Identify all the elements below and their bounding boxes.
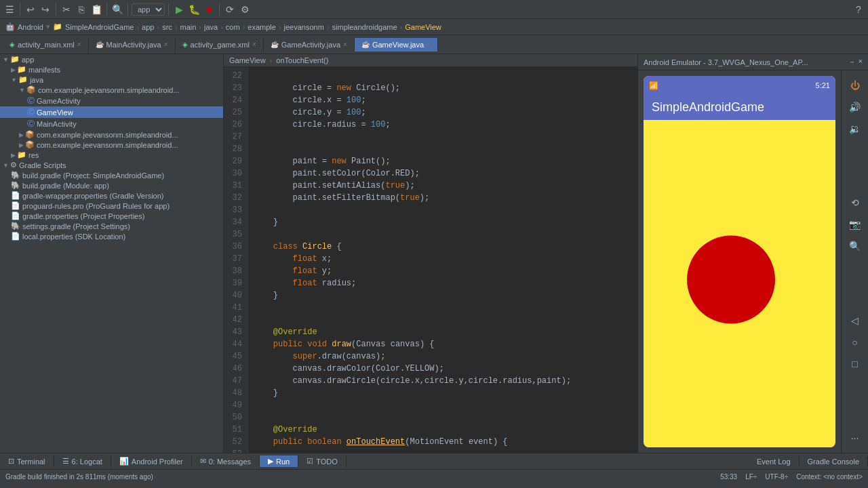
help-icon[interactable]: ?: [852, 3, 865, 16]
sidebar-label-proguard: proguard-rules.pro (ProGuard Rules for a…: [22, 202, 170, 210]
emulator-close[interactable]: ×: [859, 57, 863, 67]
close-icon-2[interactable]: ×: [252, 41, 256, 48]
java-icon-4: ☕: [361, 41, 370, 48]
tab-run[interactable]: ▶ Run: [260, 455, 298, 467]
sidebar-item-package-2[interactable]: ▶ 📦 com.example.jeevansonm.simpleandroid…: [0, 129, 223, 140]
close-icon-0[interactable]: ×: [77, 41, 81, 48]
toolbar-icon-paste[interactable]: 📋: [90, 3, 103, 16]
sidebar-label-gameview: GameView: [37, 108, 73, 117]
proguard-file-icon: 📄: [11, 201, 20, 210]
bc-simpleandroidgame[interactable]: simpleandroidgame: [332, 23, 397, 31]
phone-screen[interactable]: [644, 120, 835, 447]
emu-volume-down[interactable]: 🔉: [846, 119, 865, 138]
sidebar-item-java[interactable]: ▼ 📁 java: [0, 75, 223, 85]
sidebar-item-gradle-wrapper[interactable]: 📄 gradle-wrapper.properties (Gradle Vers…: [0, 190, 223, 201]
tab-gradle-console[interactable]: Gradle Console: [800, 456, 868, 467]
code-bc-arrow: ›: [270, 56, 273, 64]
emu-more-btn[interactable]: ···: [846, 428, 865, 447]
sidebar-item-res[interactable]: ▶ 📁 res: [0, 150, 223, 160]
settings-icon[interactable]: ⚙: [238, 3, 252, 16]
toolbar-icon-redo[interactable]: ↪: [39, 3, 52, 16]
close-icon-3[interactable]: ×: [343, 41, 347, 48]
sidebar-item-build-gradle-project[interactable]: 🐘 build.gradle (Project: SimpleAndroidGa…: [0, 170, 223, 180]
tab-android-profiler[interactable]: 📊 Android Profiler: [111, 455, 192, 467]
tab-activity-main-xml[interactable]: ◈ activity_main.xml ×: [3, 38, 89, 52]
bc-gameview[interactable]: GameView: [405, 23, 441, 31]
tab-logcat[interactable]: ☰ 6: Logcat: [54, 455, 111, 467]
status-charset[interactable]: UTF-8÷: [765, 473, 788, 481]
close-icon-1[interactable]: ×: [164, 41, 168, 48]
run-label: Run: [276, 458, 290, 466]
sidebar-item-build-gradle-app[interactable]: 🐘 build.gradle (Module: app): [0, 180, 223, 190]
code-bc-ontouchevent[interactable]: onTouchEvent(): [276, 56, 328, 64]
sidebar-label-gradle-wrapper: gradle-wrapper.properties (Gradle Versio…: [22, 192, 164, 200]
bc-example[interactable]: example: [248, 23, 276, 31]
bc-arrow-7: ›: [279, 23, 281, 31]
tab-todo[interactable]: ☑ TODO: [298, 455, 347, 467]
phone-signal-icon: 📶: [649, 81, 658, 90]
emu-zoom-icon[interactable]: 🔍: [846, 237, 865, 256]
tab-label-2: activity_game.xml: [191, 41, 250, 49]
bc-jeevansonm[interactable]: jeevansonm: [284, 23, 324, 31]
emu-volume-up[interactable]: 🔊: [846, 98, 865, 117]
code-scroll-area[interactable]: 2223242526272829303132333435363738394041…: [224, 67, 637, 453]
toolbar-icon-cut[interactable]: ✂: [60, 3, 73, 16]
status-encoding[interactable]: LF÷: [745, 473, 757, 481]
sidebar-label-build-gradle-proj: build.gradle (Project: SimpleAndroidGame…: [22, 171, 164, 180]
sidebar-item-local-props[interactable]: 📄 local.properties (SDK Location): [0, 231, 223, 241]
bc-java[interactable]: java: [204, 23, 218, 31]
close-icon-4[interactable]: ×: [427, 41, 431, 48]
gradle-file-icon-2: 🐘: [11, 181, 20, 190]
sidebar-label-build-gradle-app: build.gradle (Module: app): [22, 182, 109, 190]
emu-back-btn[interactable]: ◁: [846, 311, 865, 330]
toolbar-icon-search[interactable]: 🔍: [111, 3, 124, 16]
toolbar-icon-copy[interactable]: ⎘: [75, 3, 88, 16]
tab-mainactivity-java[interactable]: ☕ MainActivity.java ×: [89, 38, 176, 52]
sync-button[interactable]: ⟳: [223, 3, 237, 16]
expand-arrow-res: ▶: [11, 152, 16, 159]
run-button[interactable]: ▶: [172, 3, 186, 16]
sidebar-item-mainactivity[interactable]: Ⓒ MainActivity: [0, 118, 223, 129]
emu-power-btn[interactable]: ⏻: [846, 76, 865, 95]
sidebar-item-settings-gradle[interactable]: 🐘 settings.gradle (Project Settings): [0, 221, 223, 231]
bc-android-label[interactable]: Android: [18, 23, 43, 31]
code-bc-gameview[interactable]: GameView: [229, 56, 266, 64]
sidebar-item-package-3[interactable]: ▶ 📦 com.example.jeevansonm.simpleandroid…: [0, 140, 223, 150]
code-text[interactable]: circle = new Circle(); circle.x = 100; c…: [248, 67, 637, 453]
tab-terminal[interactable]: ⊡ Terminal: [0, 455, 54, 467]
sidebar-label-gradle-props: gradle.properties (Project Properties): [22, 212, 144, 220]
gradle-console-label: Gradle Console: [808, 458, 859, 466]
bc-app[interactable]: SimpleAndroidGame: [65, 23, 134, 31]
sidebar-label-settings-gradle: settings.gradle (Project Settings): [22, 222, 130, 230]
tab-messages[interactable]: ✉ 0: Messages: [192, 455, 260, 467]
tab-activity-game-xml[interactable]: ◈ activity_game.xml ×: [176, 38, 264, 52]
emulator-minimize[interactable]: －: [848, 57, 856, 67]
status-position[interactable]: 53:33: [720, 473, 737, 481]
emu-screenshot-icon[interactable]: 📷: [846, 215, 865, 234]
bc-src[interactable]: src: [162, 23, 172, 31]
tab-gameactivity-java[interactable]: ☕ GameActivity.java ×: [264, 38, 355, 52]
sidebar-item-gradle-scripts[interactable]: ▼ ⚙ Gradle Scripts: [0, 160, 223, 170]
toolbar-icon-1[interactable]: ☰: [3, 3, 16, 16]
sidebar-label-gameactivity: GameActivity: [37, 97, 81, 105]
toolbar-icon-undo[interactable]: ↩: [24, 3, 37, 16]
bc-com[interactable]: com: [226, 23, 240, 31]
sidebar-item-manifests[interactable]: ▶ 📁 manifests: [0, 64, 223, 75]
sidebar-item-gradle-props[interactable]: 📄 gradle.properties (Project Properties): [0, 211, 223, 221]
bc-app2[interactable]: app: [142, 23, 154, 31]
tab-event-log[interactable]: Event Log: [749, 456, 800, 467]
emu-rotate-icon[interactable]: ⟲: [846, 193, 865, 212]
stop-button[interactable]: ■: [202, 3, 216, 16]
emu-home-btn[interactable]: ○: [846, 333, 865, 352]
emu-square-btn[interactable]: □: [846, 354, 865, 373]
run-config-select[interactable]: app: [132, 3, 165, 16]
sidebar-item-proguard[interactable]: 📄 proguard-rules.pro (ProGuard Rules for…: [0, 201, 223, 211]
sidebar-item-app[interactable]: ▼ 📁 app: [0, 54, 223, 64]
sidebar-item-gameactivity[interactable]: Ⓒ GameActivity: [0, 95, 223, 106]
sidebar-item-gameview[interactable]: Ⓒ GameView: [0, 106, 223, 118]
emulator-header: Android Emulator - 3.7_WVGA_Nexus_One_AP…: [638, 54, 868, 70]
sidebar-item-package-main[interactable]: ▼ 📦 com.example.jeevansonm.simpleandroid…: [0, 85, 223, 95]
debug-button[interactable]: 🐛: [187, 3, 201, 16]
bc-main[interactable]: main: [180, 23, 196, 31]
tab-gameview-java[interactable]: ☕ GameView.java ×: [355, 38, 438, 52]
